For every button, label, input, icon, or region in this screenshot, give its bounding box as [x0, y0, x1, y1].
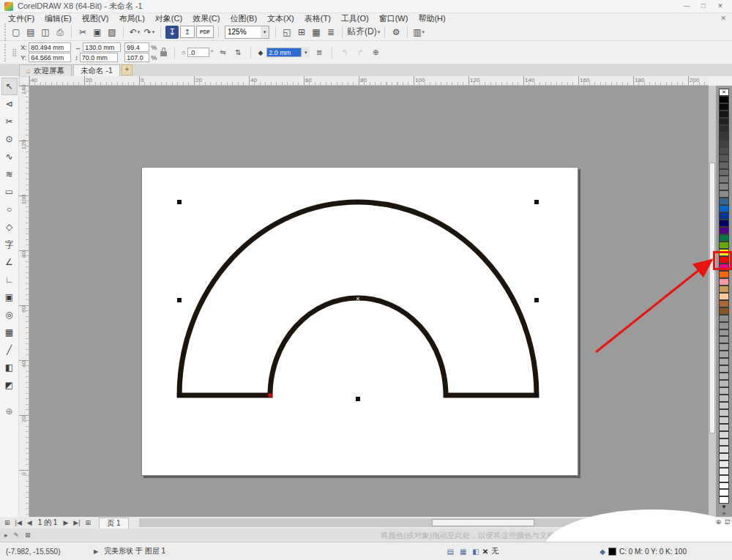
save-button[interactable]: ◫ [39, 26, 52, 39]
vertical-ruler[interactable]: 140120100806040200 [19, 86, 29, 517]
menu-item-12[interactable]: 帮助(H) [413, 13, 450, 23]
copy-button[interactable]: ▣ [91, 26, 104, 39]
color-swatch-15[interactable] [719, 198, 729, 205]
color-swatch-18[interactable] [719, 220, 729, 227]
vertical-scrollbar[interactable] [709, 86, 716, 517]
interactive-fill-tool[interactable]: ◧ [1, 359, 18, 376]
color-swatch-34[interactable] [719, 336, 729, 343]
outline-status[interactable]: ◆ C: 0 M: 0 Y: 0 K: 100 [600, 548, 687, 556]
new-document-tab-button[interactable]: + [122, 64, 132, 75]
first-page-button[interactable]: |◀ [14, 519, 23, 526]
application-launcher-button[interactable]: ▥▾ [412, 26, 425, 39]
to-front-button[interactable]: ↰ [339, 47, 351, 59]
y-position-input[interactable] [29, 53, 71, 62]
color-swatch-3[interactable] [719, 111, 729, 118]
page-1-tab[interactable]: 页 1 [99, 518, 128, 529]
parallel-dimension-tool[interactable]: ∠ [1, 253, 18, 271]
minimize-button[interactable]: — [679, 1, 694, 12]
new-document-button[interactable]: ▢ [10, 26, 23, 39]
menu-item-9[interactable]: 表格(T) [299, 13, 336, 23]
vertical-scrollbar-thumb[interactable] [709, 163, 715, 433]
import-button[interactable]: ↧ [165, 26, 179, 39]
rotation-angle-input[interactable] [187, 48, 209, 57]
property-bar-grip[interactable] [4, 44, 8, 61]
zoom-tool[interactable]: ⊙ [1, 130, 18, 148]
color-swatch-39[interactable] [719, 373, 729, 380]
wrap-text-button[interactable]: ≣ [313, 47, 325, 59]
export-button[interactable]: ↥ [180, 26, 195, 38]
color-swatch-10[interactable] [719, 162, 729, 169]
color-swatch-48[interactable] [719, 438, 729, 446]
color-eyedropper-tool[interactable]: ╱ [1, 341, 18, 359]
color-swatch-30[interactable] [719, 307, 729, 315]
pick-tool[interactable]: ↖ [1, 78, 18, 95]
palette-expand-button[interactable]: » [722, 510, 725, 517]
full-screen-preview-button[interactable]: ◱ [280, 26, 294, 39]
menu-item-10[interactable]: 工具(O) [336, 13, 374, 23]
close-document-button[interactable]: ✕ [720, 15, 732, 22]
show-rulers-button[interactable]: ⊞ [295, 26, 308, 39]
drop-shadow-tool[interactable]: ▣ [1, 288, 18, 306]
color-swatch-40[interactable] [719, 380, 729, 387]
color-swatch-9[interactable] [719, 154, 729, 162]
color-swatch-27[interactable] [719, 285, 729, 293]
color-swatch-7[interactable] [719, 140, 729, 147]
color-swatch-37[interactable] [719, 358, 729, 365]
color-swatch-50[interactable] [719, 453, 729, 460]
to-back-button[interactable]: ↱ [354, 47, 366, 59]
menu-item-1[interactable]: 文件(F) [3, 13, 40, 23]
color-swatch-1[interactable] [719, 96, 729, 103]
color-swatch-42[interactable] [719, 395, 729, 402]
horizontal-scrollbar-thumb[interactable] [432, 519, 534, 526]
fill-status[interactable]: ◧ ✕ 无 [472, 546, 498, 556]
toolbar-grip[interactable] [4, 23, 8, 41]
color-swatch-12[interactable] [719, 176, 729, 183]
next-page-button[interactable]: ▶ [61, 519, 70, 526]
color-swatch-29[interactable] [719, 300, 729, 307]
previous-page-button[interactable]: ◀ [26, 519, 34, 526]
no-color-icon[interactable]: ⊠ [25, 531, 31, 539]
zoom-fit-button[interactable]: ⊡ [723, 518, 731, 527]
color-swatch-17[interactable] [719, 212, 729, 220]
show-guidelines-button[interactable]: ≣ [324, 26, 337, 39]
show-grid-button[interactable]: ▦ [310, 26, 323, 39]
ellipse-tool[interactable]: ○ [1, 201, 18, 218]
menu-item-11[interactable]: 窗口(W) [374, 13, 414, 23]
customize-toolbox-button[interactable]: ⊕ [1, 403, 18, 420]
undo-button[interactable]: ↶▾ [128, 26, 141, 39]
rectangle-tool[interactable]: ▭ [1, 183, 18, 201]
last-page-button[interactable]: ▶| [72, 519, 81, 526]
color-swatch-33[interactable] [719, 329, 729, 337]
color-swatch-46[interactable] [719, 424, 729, 431]
color-swatch-41[interactable] [719, 387, 729, 395]
color-swatch-8[interactable] [719, 147, 729, 154]
color-swatch-31[interactable] [719, 315, 729, 322]
smart-fill-tool[interactable]: ◩ [1, 376, 18, 394]
options-button[interactable]: ⚙ [389, 26, 403, 39]
flyout-arrow-icon[interactable]: ▸ [4, 531, 8, 539]
proof-colors-icon[interactable]: ▦ [460, 548, 466, 556]
page-area[interactable] [141, 167, 578, 476]
text-tool[interactable]: 字 [1, 236, 18, 253]
menu-item-8[interactable]: 文本(X) [262, 13, 299, 23]
menu-item-4[interactable]: 布局(L) [113, 13, 149, 23]
color-swatch-53[interactable] [719, 475, 729, 482]
redo-button[interactable]: ↷▾ [143, 26, 156, 39]
color-swatch-45[interactable] [719, 417, 729, 424]
mirror-horizontal-button[interactable]: ⇋ [217, 47, 228, 59]
chevron-down-icon[interactable]: ▾ [261, 26, 269, 38]
publish-pdf-button[interactable]: PDF [196, 26, 214, 38]
color-swatch-51[interactable] [719, 460, 729, 468]
color-swatch-55[interactable] [719, 489, 729, 496]
menu-item-6[interactable]: 效果(C) [187, 13, 225, 23]
document-properties-icon[interactable]: ▤ [447, 548, 453, 556]
menu-item-7[interactable]: 位图(B) [225, 13, 262, 23]
tab-welcome-screen[interactable]: ⌂ 欢迎屏幕 [19, 64, 72, 76]
open-button[interactable]: ▤ [24, 26, 37, 39]
menu-item-3[interactable]: 视图(V) [77, 13, 114, 23]
color-swatch-19[interactable] [719, 227, 729, 234]
artistic-media-tool[interactable]: ≋ [1, 165, 18, 183]
add-page-button[interactable]: ⊞ [3, 519, 12, 526]
color-swatch-11[interactable] [719, 169, 729, 176]
mirror-vertical-button[interactable]: ⇅ [232, 47, 244, 59]
